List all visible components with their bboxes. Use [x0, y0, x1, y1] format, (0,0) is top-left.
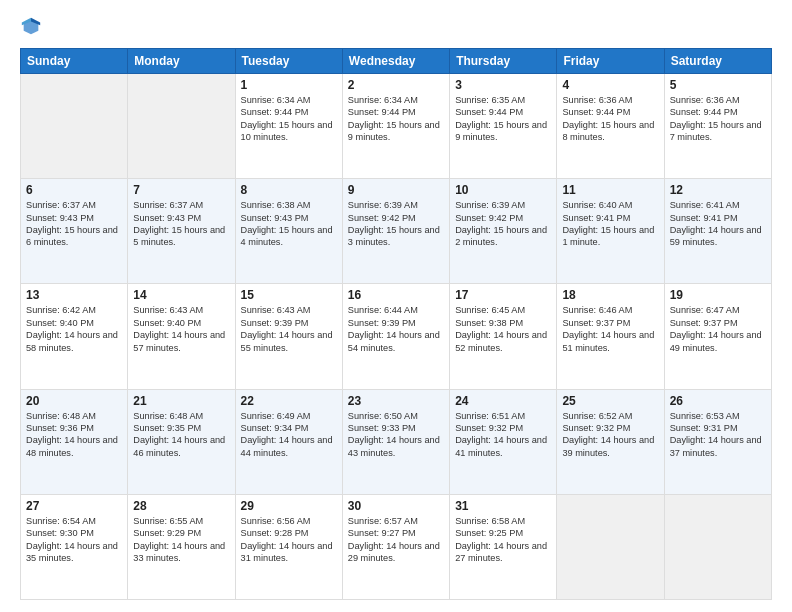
day-number: 8	[241, 183, 337, 197]
weekday-header: Sunday	[21, 49, 128, 74]
cell-text: Sunrise: 6:39 AMSunset: 9:42 PMDaylight:…	[348, 199, 444, 249]
calendar-cell: 10Sunrise: 6:39 AMSunset: 9:42 PMDayligh…	[450, 179, 557, 284]
cell-text: Sunrise: 6:55 AMSunset: 9:29 PMDaylight:…	[133, 515, 229, 565]
logo-icon	[20, 16, 42, 38]
logo	[20, 16, 44, 40]
calendar-cell: 26Sunrise: 6:53 AMSunset: 9:31 PMDayligh…	[664, 389, 771, 494]
cell-text: Sunrise: 6:34 AMSunset: 9:44 PMDaylight:…	[348, 94, 444, 144]
calendar-cell: 7Sunrise: 6:37 AMSunset: 9:43 PMDaylight…	[128, 179, 235, 284]
day-number: 26	[670, 394, 766, 408]
cell-text: Sunrise: 6:58 AMSunset: 9:25 PMDaylight:…	[455, 515, 551, 565]
cell-text: Sunrise: 6:56 AMSunset: 9:28 PMDaylight:…	[241, 515, 337, 565]
day-number: 2	[348, 78, 444, 92]
day-number: 13	[26, 288, 122, 302]
calendar-week-row: 20Sunrise: 6:48 AMSunset: 9:36 PMDayligh…	[21, 389, 772, 494]
weekday-header: Tuesday	[235, 49, 342, 74]
cell-text: Sunrise: 6:36 AMSunset: 9:44 PMDaylight:…	[562, 94, 658, 144]
calendar-cell	[664, 494, 771, 599]
cell-text: Sunrise: 6:43 AMSunset: 9:40 PMDaylight:…	[133, 304, 229, 354]
day-number: 21	[133, 394, 229, 408]
calendar-cell: 31Sunrise: 6:58 AMSunset: 9:25 PMDayligh…	[450, 494, 557, 599]
calendar-cell: 1Sunrise: 6:34 AMSunset: 9:44 PMDaylight…	[235, 74, 342, 179]
day-number: 18	[562, 288, 658, 302]
cell-text: Sunrise: 6:53 AMSunset: 9:31 PMDaylight:…	[670, 410, 766, 460]
calendar-cell: 20Sunrise: 6:48 AMSunset: 9:36 PMDayligh…	[21, 389, 128, 494]
calendar-cell: 18Sunrise: 6:46 AMSunset: 9:37 PMDayligh…	[557, 284, 664, 389]
weekday-header: Monday	[128, 49, 235, 74]
calendar-cell: 22Sunrise: 6:49 AMSunset: 9:34 PMDayligh…	[235, 389, 342, 494]
calendar-cell: 17Sunrise: 6:45 AMSunset: 9:38 PMDayligh…	[450, 284, 557, 389]
day-number: 4	[562, 78, 658, 92]
day-number: 29	[241, 499, 337, 513]
day-number: 28	[133, 499, 229, 513]
cell-text: Sunrise: 6:57 AMSunset: 9:27 PMDaylight:…	[348, 515, 444, 565]
calendar-cell	[128, 74, 235, 179]
day-number: 1	[241, 78, 337, 92]
weekday-header: Friday	[557, 49, 664, 74]
calendar-week-row: 27Sunrise: 6:54 AMSunset: 9:30 PMDayligh…	[21, 494, 772, 599]
cell-text: Sunrise: 6:48 AMSunset: 9:36 PMDaylight:…	[26, 410, 122, 460]
cell-text: Sunrise: 6:38 AMSunset: 9:43 PMDaylight:…	[241, 199, 337, 249]
page: SundayMondayTuesdayWednesdayThursdayFrid…	[0, 0, 792, 612]
day-number: 14	[133, 288, 229, 302]
calendar-cell	[557, 494, 664, 599]
calendar-cell: 30Sunrise: 6:57 AMSunset: 9:27 PMDayligh…	[342, 494, 449, 599]
day-number: 16	[348, 288, 444, 302]
calendar-cell: 6Sunrise: 6:37 AMSunset: 9:43 PMDaylight…	[21, 179, 128, 284]
cell-text: Sunrise: 6:37 AMSunset: 9:43 PMDaylight:…	[133, 199, 229, 249]
weekday-header: Thursday	[450, 49, 557, 74]
cell-text: Sunrise: 6:45 AMSunset: 9:38 PMDaylight:…	[455, 304, 551, 354]
calendar-cell: 12Sunrise: 6:41 AMSunset: 9:41 PMDayligh…	[664, 179, 771, 284]
cell-text: Sunrise: 6:47 AMSunset: 9:37 PMDaylight:…	[670, 304, 766, 354]
cell-text: Sunrise: 6:50 AMSunset: 9:33 PMDaylight:…	[348, 410, 444, 460]
calendar-cell: 5Sunrise: 6:36 AMSunset: 9:44 PMDaylight…	[664, 74, 771, 179]
cell-text: Sunrise: 6:54 AMSunset: 9:30 PMDaylight:…	[26, 515, 122, 565]
cell-text: Sunrise: 6:48 AMSunset: 9:35 PMDaylight:…	[133, 410, 229, 460]
calendar-table: SundayMondayTuesdayWednesdayThursdayFrid…	[20, 48, 772, 600]
calendar-cell: 24Sunrise: 6:51 AMSunset: 9:32 PMDayligh…	[450, 389, 557, 494]
calendar-cell	[21, 74, 128, 179]
calendar-cell: 13Sunrise: 6:42 AMSunset: 9:40 PMDayligh…	[21, 284, 128, 389]
calendar-cell: 9Sunrise: 6:39 AMSunset: 9:42 PMDaylight…	[342, 179, 449, 284]
cell-text: Sunrise: 6:40 AMSunset: 9:41 PMDaylight:…	[562, 199, 658, 249]
day-number: 17	[455, 288, 551, 302]
calendar-cell: 29Sunrise: 6:56 AMSunset: 9:28 PMDayligh…	[235, 494, 342, 599]
calendar-cell: 19Sunrise: 6:47 AMSunset: 9:37 PMDayligh…	[664, 284, 771, 389]
calendar-cell: 2Sunrise: 6:34 AMSunset: 9:44 PMDaylight…	[342, 74, 449, 179]
day-number: 19	[670, 288, 766, 302]
cell-text: Sunrise: 6:41 AMSunset: 9:41 PMDaylight:…	[670, 199, 766, 249]
day-number: 25	[562, 394, 658, 408]
calendar-cell: 8Sunrise: 6:38 AMSunset: 9:43 PMDaylight…	[235, 179, 342, 284]
calendar-week-row: 1Sunrise: 6:34 AMSunset: 9:44 PMDaylight…	[21, 74, 772, 179]
weekday-header: Saturday	[664, 49, 771, 74]
day-number: 15	[241, 288, 337, 302]
day-number: 5	[670, 78, 766, 92]
day-number: 27	[26, 499, 122, 513]
cell-text: Sunrise: 6:52 AMSunset: 9:32 PMDaylight:…	[562, 410, 658, 460]
calendar-cell: 21Sunrise: 6:48 AMSunset: 9:35 PMDayligh…	[128, 389, 235, 494]
cell-text: Sunrise: 6:44 AMSunset: 9:39 PMDaylight:…	[348, 304, 444, 354]
calendar-week-row: 13Sunrise: 6:42 AMSunset: 9:40 PMDayligh…	[21, 284, 772, 389]
calendar-cell: 15Sunrise: 6:43 AMSunset: 9:39 PMDayligh…	[235, 284, 342, 389]
day-number: 3	[455, 78, 551, 92]
cell-text: Sunrise: 6:42 AMSunset: 9:40 PMDaylight:…	[26, 304, 122, 354]
calendar-cell: 3Sunrise: 6:35 AMSunset: 9:44 PMDaylight…	[450, 74, 557, 179]
calendar-header-row: SundayMondayTuesdayWednesdayThursdayFrid…	[21, 49, 772, 74]
calendar-cell: 25Sunrise: 6:52 AMSunset: 9:32 PMDayligh…	[557, 389, 664, 494]
day-number: 10	[455, 183, 551, 197]
calendar-cell: 27Sunrise: 6:54 AMSunset: 9:30 PMDayligh…	[21, 494, 128, 599]
day-number: 7	[133, 183, 229, 197]
weekday-header: Wednesday	[342, 49, 449, 74]
calendar-cell: 4Sunrise: 6:36 AMSunset: 9:44 PMDaylight…	[557, 74, 664, 179]
cell-text: Sunrise: 6:36 AMSunset: 9:44 PMDaylight:…	[670, 94, 766, 144]
day-number: 12	[670, 183, 766, 197]
calendar-cell: 14Sunrise: 6:43 AMSunset: 9:40 PMDayligh…	[128, 284, 235, 389]
calendar-cell: 16Sunrise: 6:44 AMSunset: 9:39 PMDayligh…	[342, 284, 449, 389]
day-number: 31	[455, 499, 551, 513]
cell-text: Sunrise: 6:35 AMSunset: 9:44 PMDaylight:…	[455, 94, 551, 144]
cell-text: Sunrise: 6:34 AMSunset: 9:44 PMDaylight:…	[241, 94, 337, 144]
day-number: 20	[26, 394, 122, 408]
day-number: 11	[562, 183, 658, 197]
cell-text: Sunrise: 6:37 AMSunset: 9:43 PMDaylight:…	[26, 199, 122, 249]
cell-text: Sunrise: 6:43 AMSunset: 9:39 PMDaylight:…	[241, 304, 337, 354]
